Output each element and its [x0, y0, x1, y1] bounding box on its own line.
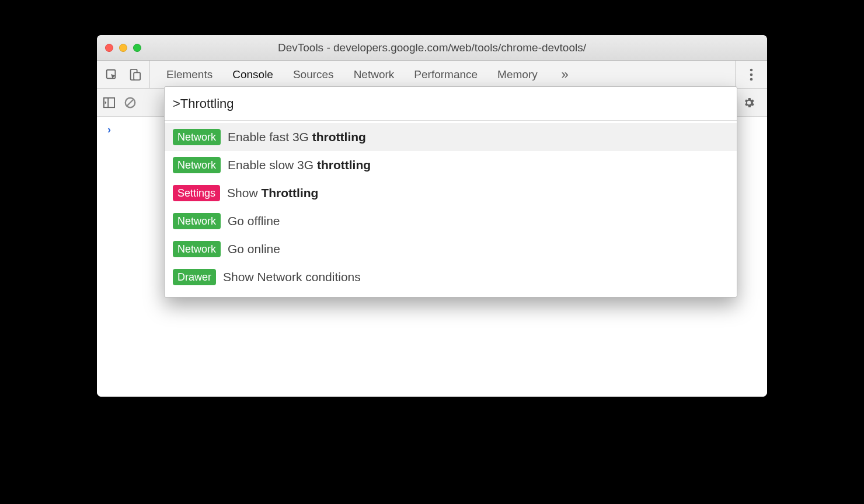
tab-network[interactable]: Network: [354, 68, 395, 81]
command-menu-item[interactable]: NetworkEnable fast 3G throttling: [165, 123, 737, 151]
toggle-device-toolbar-icon[interactable]: [127, 67, 142, 82]
inspect-element-icon[interactable]: [104, 67, 119, 82]
svg-point-4: [750, 73, 753, 76]
console-sidebar-toggle-icon[interactable]: [102, 95, 117, 110]
console-prompt-caret-icon[interactable]: ›: [107, 124, 111, 136]
command-category-badge: Network: [173, 241, 221, 257]
command-menu: >Throttling NetworkEnable fast 3G thrott…: [164, 86, 737, 298]
tab-console[interactable]: Console: [232, 68, 273, 81]
command-label: Go online: [228, 242, 280, 256]
svg-rect-2: [134, 72, 140, 80]
command-label: Go offline: [228, 214, 280, 228]
command-menu-item[interactable]: NetworkGo offline: [165, 207, 737, 235]
command-label: Enable fast 3G throttling: [228, 130, 366, 144]
panel-tabs: Elements Console Sources Network Perform…: [150, 61, 735, 88]
tab-elements[interactable]: Elements: [166, 68, 212, 81]
command-menu-results: NetworkEnable fast 3G throttlingNetworkE…: [165, 121, 737, 297]
command-category-badge: Settings: [173, 185, 220, 201]
svg-line-9: [127, 99, 134, 106]
command-menu-item[interactable]: DrawerShow Network conditions: [165, 263, 737, 291]
command-category-badge: Network: [173, 157, 221, 173]
command-menu-item[interactable]: SettingsShow Throttling: [165, 179, 737, 207]
svg-point-3: [750, 68, 753, 71]
clear-console-icon[interactable]: [123, 95, 138, 110]
command-label: Show Network conditions: [223, 270, 361, 284]
command-category-badge: Network: [173, 213, 221, 229]
titlebar: DevTools - developers.google.com/web/too…: [97, 35, 767, 61]
window-title: DevTools - developers.google.com/web/too…: [97, 41, 767, 54]
tab-performance[interactable]: Performance: [414, 68, 478, 81]
command-menu-item[interactable]: NetworkEnable slow 3G throttling: [165, 151, 737, 179]
svg-point-5: [750, 78, 753, 80]
command-category-badge: Drawer: [173, 269, 216, 285]
command-menu-input[interactable]: >Throttling: [165, 87, 737, 121]
command-menu-item[interactable]: NetworkGo online: [165, 235, 737, 263]
kebab-menu-icon[interactable]: [744, 67, 759, 82]
console-content: › >Throttling NetworkEnable fast 3G thro…: [97, 117, 767, 397]
tab-sources[interactable]: Sources: [293, 68, 334, 81]
toolbar-left: [97, 61, 150, 88]
command-menu-input-value: >Throttling: [173, 96, 234, 111]
svg-rect-0: [107, 69, 116, 78]
command-category-badge: Network: [173, 129, 221, 145]
command-label: Enable slow 3G throttling: [228, 158, 371, 172]
devtools-window: DevTools - developers.google.com/web/too…: [97, 35, 767, 397]
console-settings-icon[interactable]: [741, 95, 757, 110]
tab-memory[interactable]: Memory: [497, 68, 538, 81]
toolbar-right: [735, 61, 767, 88]
command-label: Show Throttling: [227, 186, 318, 200]
main-toolbar: Elements Console Sources Network Perform…: [97, 61, 767, 89]
more-tabs-icon[interactable]: »: [558, 67, 573, 82]
